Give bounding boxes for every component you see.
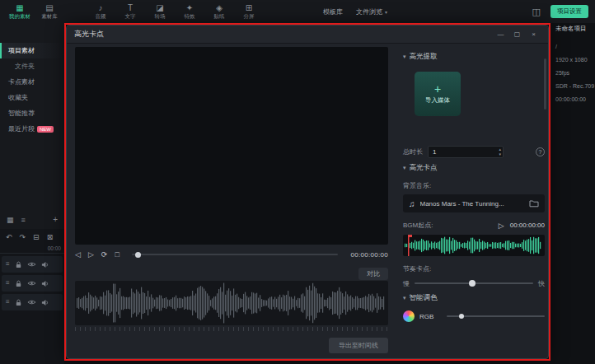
beat-density-row: 慢 快 <box>403 278 545 288</box>
sidebar-item-recent-clips[interactable]: 最近片段 NEW <box>0 121 64 137</box>
speaker-icon[interactable] <box>41 261 49 268</box>
import-plus-icon[interactable]: + <box>53 215 58 224</box>
speaker-icon[interactable] <box>41 299 49 306</box>
bgm-waveform[interactable] <box>403 235 545 256</box>
duration-label: 总时长 <box>403 147 423 156</box>
bgm-waveform-canvas[interactable] <box>403 235 543 256</box>
project-title: 未命名项目 <box>555 25 595 33</box>
menu-file-browser[interactable]: 文件浏览 ▾ <box>356 7 387 16</box>
panel-scrollbar[interactable] <box>544 58 546 110</box>
sidebar-item-project-media[interactable]: 项目素材 <box>0 43 64 58</box>
section-smart-color[interactable]: ▾ 智能调色 <box>403 293 545 303</box>
project-info-panel: 未命名项目 / 1920 x 1080 25fps SDR - Rec.709 … <box>550 25 595 148</box>
undo-icon[interactable]: ↶ <box>6 233 12 241</box>
drag-handle-icon[interactable]: ≡ <box>6 280 10 287</box>
tab-split-screen[interactable]: ⊞ 分屏 <box>234 0 264 23</box>
highlight-beat-dialog: 高光卡点 — ▢ × ◁ ▷ ⟳ □ 00:00:00:00 对比 <box>66 25 549 359</box>
close-button[interactable]: × <box>527 28 541 40</box>
maximize-button[interactable]: ▢ <box>510 28 524 40</box>
window-controls: — ▢ × <box>494 28 541 40</box>
list-view-icon[interactable]: ≡ <box>21 216 26 224</box>
tab-stickers[interactable]: ◈ 贴纸 <box>204 0 234 23</box>
sidebar-item-favorites[interactable]: 收藏夹 <box>0 90 64 105</box>
lock-icon[interactable] <box>15 299 22 306</box>
project-resolution: 1920 x 1080 <box>555 54 595 67</box>
bgm-play-icon[interactable]: ▷ <box>499 222 504 230</box>
split-icon: ⊞ <box>246 3 252 12</box>
color-mode-row[interactable]: RGB <box>403 310 545 323</box>
layout-icon[interactable]: ◫ <box>532 7 541 17</box>
browse-folder-icon[interactable] <box>529 199 539 208</box>
export-to-timeline-button[interactable]: 导出至时间线 <box>329 338 388 353</box>
duration-input[interactable] <box>428 146 504 158</box>
cut-icon[interactable]: ⊟ <box>33 233 40 241</box>
sidebar-item-beat-media[interactable]: 卡点素材 <box>0 74 64 90</box>
result-waveform[interactable] <box>75 281 388 325</box>
sidebar-item-smart-recommend[interactable]: 智能推荐 <box>0 105 64 121</box>
loop-icon[interactable]: ⟳ <box>101 250 108 259</box>
player-timecode: 00:00:00:00 <box>350 251 388 259</box>
color-slider-handle[interactable] <box>459 314 464 319</box>
play-icon[interactable]: ▷ <box>88 250 94 259</box>
timeline-toolbar: ↶ ↷ ⊟ ⊠ <box>0 229 64 244</box>
beat-density-slider[interactable] <box>415 282 533 284</box>
speaker-icon[interactable] <box>41 280 49 287</box>
beat-fast-label: 快 <box>538 279 545 288</box>
media-nav: ▦ 我的素材 ▤ 素材库 ♪ 音频 T 文字 ◪ 转场 ✦ 特效 <box>0 0 264 23</box>
tab-my-media[interactable]: ▦ 我的素材 <box>5 0 35 23</box>
minimize-button[interactable]: — <box>494 28 508 40</box>
beat-tick-ruler <box>75 327 388 331</box>
dialog-preview-column: ◁ ▷ ⟳ □ 00:00:00:00 对比 导出至时间线 <box>75 47 388 352</box>
lock-icon[interactable] <box>15 261 22 268</box>
eye-icon[interactable] <box>27 280 36 287</box>
sticker-icon: ◈ <box>216 3 223 12</box>
tab-text[interactable]: T 文字 <box>115 0 145 23</box>
lock-icon[interactable] <box>15 280 22 287</box>
media-icon: ▦ <box>16 3 23 12</box>
compare-row: 对比 <box>75 264 388 277</box>
playhead-handle[interactable] <box>135 252 141 258</box>
import-media-button[interactable]: + 导入媒体 <box>415 72 461 116</box>
library-icon: ▤ <box>45 3 53 12</box>
beat-slider-handle[interactable] <box>469 280 476 287</box>
timeline-ruler[interactable]: 00:00 <box>0 244 64 254</box>
import-media-area: + 导入媒体 <box>403 65 545 141</box>
drag-handle-icon[interactable]: ≡ <box>6 299 10 306</box>
project-settings-button[interactable]: 项目设置 <box>550 5 588 18</box>
redo-icon[interactable]: ↷ <box>20 233 26 241</box>
result-waveform-canvas[interactable] <box>75 281 387 325</box>
eye-icon[interactable] <box>27 299 36 306</box>
section-highlight-beat[interactable]: ▾ 高光卡点 <box>403 163 545 173</box>
stop-icon[interactable]: □ <box>115 250 119 259</box>
step-down-icon[interactable]: ▾ <box>499 152 501 156</box>
beat-label: 节奏卡点: <box>403 264 545 273</box>
tab-audio[interactable]: ♪ 音频 <box>86 0 115 23</box>
tab-stock-media[interactable]: ▤ 素材库 <box>35 0 64 23</box>
delete-icon[interactable]: ⊠ <box>47 233 54 241</box>
color-intensity-slider[interactable] <box>447 315 545 317</box>
tab-transitions[interactable]: ◪ 转场 <box>145 0 175 23</box>
bgm-label: 背景音乐: <box>403 181 545 190</box>
grid-view-icon[interactable]: ▦ <box>7 216 14 224</box>
sidebar-item-folder[interactable]: 文件夹 <box>0 58 64 74</box>
project-framerate: 25fps <box>555 67 595 80</box>
color-mode-label: RGB <box>419 313 433 320</box>
beat-slow-label: 慢 <box>403 279 410 288</box>
prev-frame-icon[interactable]: ◁ <box>75 250 81 259</box>
menu-templates[interactable]: 模板库 <box>323 7 343 16</box>
music-note-icon: ♫ <box>409 199 415 208</box>
playhead-slider[interactable] <box>132 254 339 255</box>
help-icon[interactable]: ? <box>536 147 545 156</box>
video-preview <box>75 47 388 245</box>
top-toolbar: ▦ 我的素材 ▤ 素材库 ♪ 音频 T 文字 ◪ 转场 ✦ 特效 <box>0 0 595 23</box>
eye-icon[interactable] <box>27 261 36 268</box>
drag-handle-icon[interactable]: ≡ <box>6 261 10 268</box>
chevron-down-icon: ▾ <box>385 9 387 15</box>
transition-icon: ◪ <box>156 3 163 12</box>
compare-button[interactable]: 对比 <box>358 268 388 280</box>
bgm-start-row: BGM起点: ▷ 00:00:00:00 <box>403 221 545 230</box>
tab-effects[interactable]: ✦ 特效 <box>175 0 204 23</box>
project-duration: 00:00:00:00 <box>555 93 595 106</box>
bgm-track-row[interactable]: ♫ Manos Mars - The Tunning... <box>403 194 545 212</box>
section-highlight-extract[interactable]: ▾ 高光提取 <box>403 52 545 62</box>
